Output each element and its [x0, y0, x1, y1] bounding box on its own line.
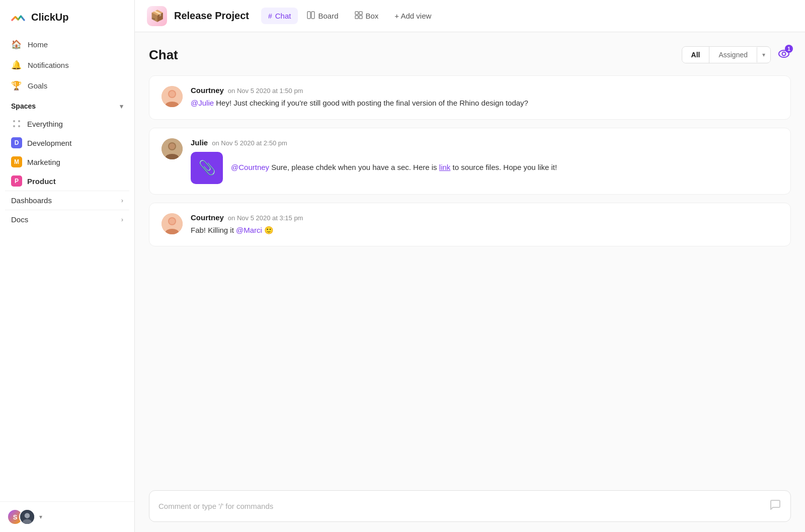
- svg-rect-9: [355, 12, 358, 15]
- svg-rect-11: [355, 16, 358, 19]
- message-card-2: Julie on Nov 5 2020 at 2:50 pm 📎 @Courtn…: [149, 128, 791, 195]
- add-view-button[interactable]: + Add view: [387, 8, 438, 24]
- sidebar-home-label: Home: [28, 40, 48, 49]
- filter-dropdown-icon[interactable]: ▾: [757, 47, 770, 62]
- topbar: 📦 Release Project # Chat Board: [135, 0, 805, 32]
- svg-point-2: [13, 125, 15, 127]
- sidebar-item-docs[interactable]: Docs ›: [5, 210, 129, 229]
- courtney-avatar-1: [162, 86, 183, 107]
- tab-box[interactable]: Box: [348, 7, 386, 25]
- svg-point-22: [169, 143, 175, 149]
- sidebar-item-everything[interactable]: Everything: [5, 114, 129, 133]
- main-content: 📦 Release Project # Chat Board: [135, 0, 805, 532]
- footer-chevron-icon[interactable]: ▾: [39, 513, 42, 520]
- svg-rect-10: [359, 12, 362, 15]
- attachment-text-before: Sure, please chdek when you have a sec. …: [271, 163, 439, 171]
- svg-point-26: [169, 218, 175, 224]
- msg-text-3: Fab! Killing it @Marci 🙂: [191, 225, 778, 236]
- filter-all-button[interactable]: All: [682, 47, 710, 63]
- sidebar-footer: S ▾: [0, 501, 134, 532]
- msg-text-1: @Julie Hey! Just checking if you're stil…: [191, 98, 778, 109]
- message-content-3: Courtney on Nov 5 2020 at 3:15 pm Fab! K…: [191, 213, 778, 236]
- tab-box-label: Box: [366, 12, 379, 20]
- logo-text: ClickUp: [31, 12, 68, 23]
- chat-title: Chat: [149, 47, 178, 63]
- comment-box[interactable]: Comment or type '/' for commands: [149, 490, 791, 522]
- julie-avatar: [162, 138, 183, 159]
- msg-time-1: on Nov 5 2020 at 1:50 pm: [228, 87, 303, 95]
- msg-mention-1: @Julie: [191, 99, 214, 107]
- project-icon-emoji: 📦: [150, 10, 164, 23]
- paperclip-icon: 📎: [198, 159, 216, 176]
- goals-icon: 🏆: [11, 80, 22, 91]
- svg-rect-12: [359, 16, 362, 19]
- attachment-link[interactable]: link: [439, 163, 451, 171]
- sidebar-item-development[interactable]: D Development: [5, 133, 129, 152]
- board-icon: [307, 11, 315, 21]
- svg-point-6: [23, 519, 32, 524]
- sidebar: ClickUp 🏠 Home 🔔 Notifications 🏆 Goals S…: [0, 0, 135, 532]
- sidebar-item-product[interactable]: P Product: [5, 171, 129, 191]
- tab-chat[interactable]: # Chat: [261, 8, 298, 24]
- user-avatars: S: [7, 509, 35, 525]
- msg-author-2: Julie: [191, 138, 208, 147]
- sidebar-item-notifications[interactable]: 🔔 Notifications: [5, 55, 129, 75]
- chat-area: Chat All Assigned ▾ 1: [135, 32, 805, 482]
- docs-chevron-icon: ›: [121, 216, 123, 223]
- svg-point-5: [25, 513, 30, 518]
- sidebar-notifications-label: Notifications: [28, 61, 69, 69]
- topbar-tabs: # Chat Board: [261, 7, 438, 25]
- attachment-text: @Courtney Sure, please chdek when you ha…: [231, 162, 557, 173]
- development-label: Development: [27, 139, 71, 147]
- product-label: Product: [27, 177, 56, 186]
- msg-time-2: on Nov 5 2020 at 2:50 pm: [212, 139, 287, 147]
- sidebar-item-home[interactable]: 🏠 Home: [5, 34, 129, 55]
- chat-header: Chat All Assigned ▾ 1: [149, 46, 791, 63]
- sidebar-item-marketing[interactable]: M Marketing: [5, 152, 129, 171]
- msg-header-3: Courtney on Nov 5 2020 at 3:15 pm: [191, 213, 778, 222]
- filter-assigned-label: Assigned: [718, 51, 748, 59]
- project-icon: 📦: [147, 6, 167, 26]
- msg-mention-3: @Marci: [236, 226, 262, 234]
- add-view-label: + Add view: [394, 12, 431, 20]
- sidebar-item-dashboards[interactable]: Dashboards ›: [5, 191, 129, 210]
- attachment-text-after: to source files. Hope you like it!: [452, 163, 557, 171]
- msg-body-3: Fab! Killing it: [191, 226, 236, 234]
- watch-badge: 1: [785, 45, 793, 53]
- everything-icon: [11, 118, 22, 129]
- comment-bubble-icon: [769, 499, 781, 513]
- message-card-1: Courtney on Nov 5 2020 at 1:50 pm @Julie…: [149, 75, 791, 120]
- svg-point-0: [13, 120, 15, 122]
- svg-point-1: [18, 120, 20, 122]
- msg-emoji-3: 🙂: [264, 226, 274, 234]
- project-title: Release Project: [174, 10, 249, 22]
- spaces-chevron-icon: ▾: [120, 103, 123, 110]
- marketing-badge: M: [11, 156, 22, 167]
- svg-rect-7: [307, 12, 310, 19]
- filter-assigned-button[interactable]: Assigned: [709, 47, 757, 63]
- chat-header-right: All Assigned ▾ 1: [682, 46, 791, 63]
- marketing-label: Marketing: [27, 158, 60, 166]
- logo-area: ClickUp: [0, 0, 134, 34]
- spaces-header[interactable]: Spaces ▾: [5, 96, 129, 114]
- sidebar-goals-label: Goals: [28, 81, 47, 90]
- tab-chat-label: Chat: [275, 12, 291, 20]
- dashboards-chevron-icon: ›: [121, 197, 123, 204]
- tab-board[interactable]: Board: [300, 7, 345, 25]
- home-icon: 🏠: [11, 39, 22, 50]
- sidebar-nav: 🏠 Home 🔔 Notifications 🏆 Goals Spaces ▾: [0, 34, 134, 501]
- sidebar-item-goals[interactable]: 🏆 Goals: [5, 75, 129, 96]
- dashboards-label: Dashboards: [11, 196, 52, 205]
- development-badge: D: [11, 137, 22, 148]
- message-content-2: Julie on Nov 5 2020 at 2:50 pm 📎 @Courtn…: [191, 138, 778, 184]
- avatar-d: [19, 509, 35, 525]
- watch-button[interactable]: 1: [777, 47, 791, 63]
- filter-group: All Assigned ▾: [682, 46, 771, 63]
- msg-author-1: Courtney: [191, 86, 224, 95]
- msg-header-2: Julie on Nov 5 2020 at 2:50 pm: [191, 138, 778, 147]
- messages-list: Courtney on Nov 5 2020 at 1:50 pm @Julie…: [149, 75, 791, 482]
- svg-point-3: [18, 125, 20, 127]
- msg-body-1: Hey! Just checking if you're still good …: [216, 99, 528, 107]
- msg-author-3: Courtney: [191, 213, 224, 222]
- msg-time-3: on Nov 5 2020 at 3:15 pm: [228, 214, 303, 222]
